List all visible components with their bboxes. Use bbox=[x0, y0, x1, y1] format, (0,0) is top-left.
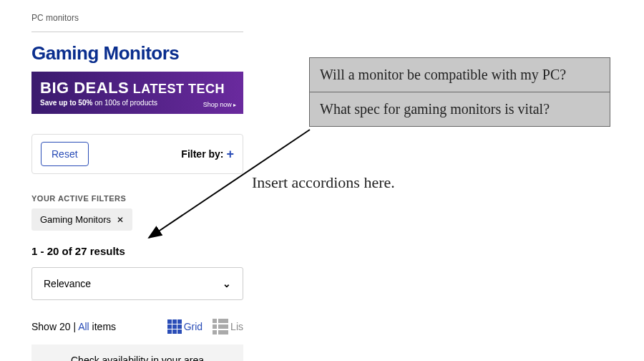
promo-sub-bold: Save up to 50% bbox=[40, 99, 92, 107]
breadcrumb[interactable]: PC monitors bbox=[31, 0, 243, 27]
close-icon[interactable]: ✕ bbox=[117, 215, 124, 225]
view-toggle: Grid Lis bbox=[167, 319, 243, 334]
list-view-button[interactable]: Lis bbox=[213, 319, 243, 334]
show-count[interactable]: 20 bbox=[59, 321, 71, 332]
filter-tag[interactable]: Gaming Monitors ✕ bbox=[31, 208, 132, 231]
sort-select[interactable]: Relevance ⌄ bbox=[31, 267, 243, 300]
promo-main: BIG DEALS LATEST TECH bbox=[40, 79, 235, 97]
plus-icon: + bbox=[226, 147, 234, 162]
show-all-link[interactable]: All bbox=[78, 321, 89, 332]
grid-label: Grid bbox=[184, 321, 203, 332]
availability-box: Check availability in your area bbox=[31, 345, 243, 361]
filter-by-toggle[interactable]: Filter by: + bbox=[181, 147, 234, 162]
accordion-item-compatibility[interactable]: Will a monitor be compatible with my PC? bbox=[309, 57, 610, 92]
availability-label: Check availability in your area bbox=[40, 355, 235, 361]
show-items-text: Show 20 | All items bbox=[31, 321, 116, 332]
active-filters-heading: YOUR ACTIVE FILTERS bbox=[31, 194, 243, 203]
grid-icon bbox=[167, 319, 182, 334]
filter-by-label: Filter by: bbox=[181, 148, 223, 160]
show-prefix: Show bbox=[31, 321, 59, 332]
filter-box: Reset Filter by: + bbox=[31, 134, 243, 174]
chevron-down-icon: ⌄ bbox=[223, 278, 231, 289]
list-label: Lis bbox=[230, 321, 243, 332]
promo-banner[interactable]: BIG DEALS LATEST TECH Save up to 50% on … bbox=[31, 72, 243, 114]
grid-view-button[interactable]: Grid bbox=[167, 319, 203, 334]
results-count: 1 - 20 of 27 results bbox=[31, 245, 243, 257]
divider bbox=[31, 32, 243, 32]
show-suffix: items bbox=[89, 321, 116, 332]
list-icon bbox=[213, 319, 228, 334]
annotation-text: Insert accordions here. bbox=[252, 173, 395, 192]
reset-button[interactable]: Reset bbox=[41, 142, 89, 166]
promo-sub-rest: on 100s of products bbox=[92, 99, 157, 107]
page-title: Gaming Monitors bbox=[31, 42, 243, 64]
shop-now-link[interactable]: Shop now bbox=[203, 101, 236, 108]
filter-tag-text: Gaming Monitors bbox=[40, 214, 111, 225]
promo-big-text: BIG DEALS bbox=[40, 79, 129, 97]
promo-latest-text: LATEST TECH bbox=[133, 82, 225, 96]
show-sep: | bbox=[71, 321, 79, 332]
sort-value: Relevance bbox=[44, 278, 91, 289]
accordion-mockup: Will a monitor be compatible with my PC?… bbox=[309, 57, 610, 127]
accordion-item-spec[interactable]: What spec for gaming monitors is vital? bbox=[309, 92, 610, 127]
